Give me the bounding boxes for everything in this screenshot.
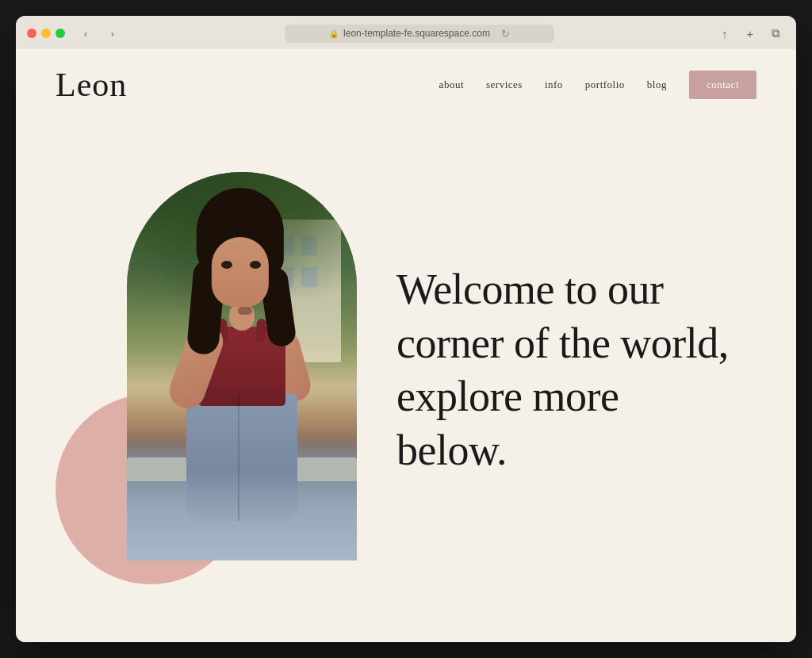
browser-window: ‹ › 🔒 leon-template-fe.squarespace.com ↻… xyxy=(16,16,796,642)
nav-links: about services info portfolio blog conta… xyxy=(439,71,756,99)
browser-actions: ↑ + ⧉ xyxy=(715,24,785,43)
nav-services[interactable]: services xyxy=(486,78,523,91)
nav-about[interactable]: about xyxy=(439,78,464,91)
hero-section: Welcome to our corner of the world, expl… xyxy=(16,114,796,642)
maximize-button[interactable] xyxy=(56,29,65,38)
hero-headline: Welcome to our corner of the world, expl… xyxy=(396,263,730,477)
nav-portfolio[interactable]: portfolio xyxy=(585,78,625,91)
hero-text-area: Welcome to our corner of the world, expl… xyxy=(349,263,756,477)
reload-icon[interactable]: ↻ xyxy=(501,28,510,40)
add-tab-button[interactable]: + xyxy=(741,24,760,43)
arch-photo-container xyxy=(127,172,357,560)
nav-info[interactable]: info xyxy=(545,78,563,91)
url-bar[interactable]: 🔒 leon-template-fe.squarespace.com ↻ xyxy=(285,25,554,43)
back-icon: ‹ xyxy=(84,28,87,40)
lock-icon: 🔒 xyxy=(329,29,339,38)
share-button[interactable]: ↑ xyxy=(715,24,734,43)
close-button[interactable] xyxy=(27,29,36,38)
site-logo[interactable]: Leon xyxy=(56,68,127,101)
hero-image-area xyxy=(79,172,349,568)
forward-button[interactable]: › xyxy=(102,25,124,42)
browser-chrome: ‹ › 🔒 leon-template-fe.squarespace.com ↻… xyxy=(16,16,796,49)
url-text: leon-template-fe.squarespace.com xyxy=(343,28,490,39)
minimize-button[interactable] xyxy=(41,29,51,38)
forward-icon: › xyxy=(111,28,114,40)
website-content: Leon about services info portfolio blog … xyxy=(16,49,796,642)
browser-controls: ‹ › xyxy=(75,25,124,42)
contact-button[interactable]: contact xyxy=(689,71,756,99)
traffic-lights xyxy=(27,29,65,38)
hero-photo xyxy=(127,172,357,560)
duplicate-tab-button[interactable]: ⧉ xyxy=(766,24,785,43)
nav-blog[interactable]: blog xyxy=(647,78,667,91)
back-button[interactable]: ‹ xyxy=(75,25,97,42)
address-bar: 🔒 leon-template-fe.squarespace.com ↻ xyxy=(133,25,706,43)
site-nav: Leon about services info portfolio blog … xyxy=(16,49,796,114)
